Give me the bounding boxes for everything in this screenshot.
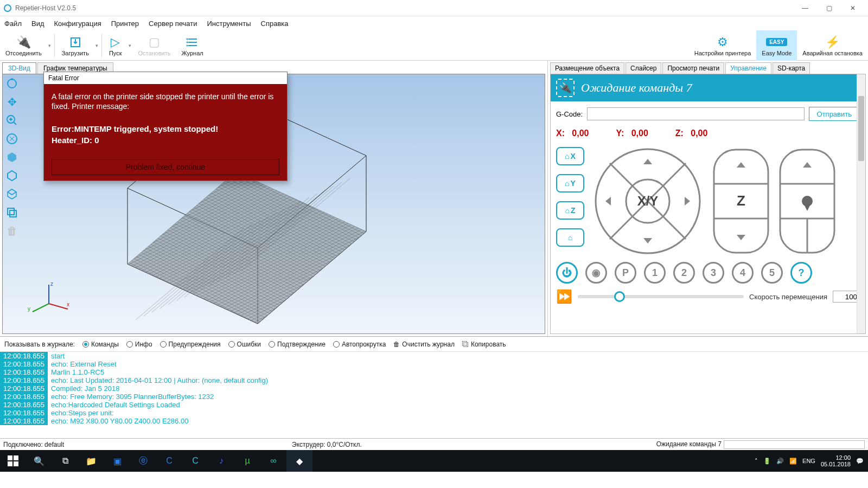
tab-3d-view[interactable]: 3D-Вид	[2, 62, 36, 74]
start-button[interactable]: ▷ Пуск	[104, 30, 127, 61]
zoom-tool-icon[interactable]	[4, 112, 20, 129]
app-icon	[3, 4, 12, 12]
copy-tool-icon[interactable]	[4, 204, 20, 221]
taskbar-app-2-icon[interactable]: C	[156, 450, 182, 472]
menu-view[interactable]: Вид	[31, 20, 44, 28]
extruder-jog-control[interactable]	[777, 147, 837, 255]
svg-point-4	[186, 44, 188, 46]
log-copy-button[interactable]: ⿻ Копировать	[462, 341, 506, 348]
home-y-button[interactable]: ⌂ Y	[556, 174, 584, 192]
menu-printserver[interactable]: Сервер печати	[149, 20, 197, 28]
extruder-icon	[802, 196, 813, 207]
feedrate-input[interactable]	[833, 291, 860, 303]
menu-config[interactable]: Конфигурация	[54, 20, 101, 28]
tab-sd-card[interactable]: SD-карта	[773, 62, 810, 74]
log-button[interactable]: Журнал	[176, 30, 209, 61]
log-filter-commands[interactable]: Команды	[82, 341, 119, 348]
preset-5-button[interactable]: 5	[761, 262, 783, 284]
top-view-icon[interactable]	[4, 186, 20, 202]
help-button[interactable]: ?	[790, 262, 812, 284]
tray-lang[interactable]: ENG	[802, 458, 815, 464]
feedrate-slider[interactable]	[578, 295, 744, 298]
taskbar-arduino-icon[interactable]: ∞	[260, 450, 286, 472]
right-tabs: Размещение объекта Слайсер Просмотр печа…	[548, 61, 868, 74]
start-button-win[interactable]	[0, 450, 26, 472]
log-autoscroll[interactable]: Автопрокрутка	[333, 341, 386, 348]
log-line: 12:00:18.655echo:Steps per unit:	[0, 409, 868, 417]
home-z-button[interactable]: ⌂ Z	[556, 201, 584, 220]
z-jog-control[interactable]: Z	[711, 147, 771, 255]
tray-volume-icon[interactable]: 🔊	[776, 458, 784, 465]
search-icon[interactable]: 🔍	[26, 450, 52, 472]
taskbar-app-3-icon[interactable]: C	[182, 450, 208, 472]
delete-tool-icon[interactable]: 🗑	[4, 223, 20, 239]
printer-settings-button[interactable]: ⚙ Настройки принтера	[689, 30, 757, 61]
preset-2-button[interactable]: 2	[673, 262, 695, 284]
log-show-label: Показывать в журнале:	[4, 341, 75, 348]
3d-viewport[interactable]: ✥ 🗑	[2, 74, 545, 334]
preset-1-button[interactable]: 1	[644, 262, 666, 284]
tab-slicer[interactable]: Слайсер	[626, 62, 661, 74]
taskbar-edge-icon[interactable]: ⓔ	[130, 450, 156, 472]
log-line: 12:00:18.655Marlin 1.1.0-RC5	[0, 368, 868, 376]
menu-printer[interactable]: Принтер	[111, 20, 139, 28]
load-dropdown[interactable]: ▾	[94, 30, 100, 61]
idle-message: Ожидание команды 7	[581, 81, 692, 95]
tab-object-placement[interactable]: Размещение объекта	[550, 62, 624, 74]
tray-battery-icon[interactable]: 🔋	[763, 458, 771, 465]
taskbar-app-1-icon[interactable]: ▣	[104, 450, 130, 472]
load-button[interactable]: Загрузить	[56, 30, 94, 61]
preset-4-button[interactable]: 4	[732, 262, 754, 284]
disconnect-button[interactable]: 🔌 Отсоединить	[0, 30, 47, 61]
window-maximize-button[interactable]: ▢	[817, 1, 841, 16]
log-filter-ack[interactable]: Подтверждение	[269, 341, 326, 348]
log-filter-warnings[interactable]: Предупреждения	[160, 341, 221, 348]
tray-notifications-icon[interactable]: 💬	[856, 458, 864, 465]
iso-view-icon[interactable]	[4, 149, 20, 165]
orbit-tool-icon[interactable]	[4, 75, 20, 92]
log-clear-button[interactable]: 🗑 Очистить журнал	[393, 341, 455, 348]
tray-wifi-icon[interactable]: 📶	[789, 458, 797, 465]
plug-status-icon: 🔌	[556, 79, 575, 97]
panel-scrollbar[interactable]	[857, 74, 865, 333]
menu-file[interactable]: Файл	[4, 20, 22, 28]
tab-control[interactable]: Управление	[725, 62, 771, 74]
start-dropdown[interactable]: ▾	[127, 30, 132, 61]
wire-view-icon[interactable]	[4, 168, 20, 184]
fit-tool-icon[interactable]	[4, 131, 20, 147]
park-button[interactable]: P	[615, 262, 636, 284]
home-all-button[interactable]: ⌂	[556, 228, 584, 247]
camera-button[interactable]: ◉	[585, 262, 607, 284]
tray-chevron-icon[interactable]: ˄	[755, 458, 758, 465]
home-x-button[interactable]: ⌂ X	[556, 147, 584, 165]
log-filter-info[interactable]: Инфо	[126, 341, 152, 348]
task-view-icon[interactable]: ⧉	[52, 450, 78, 472]
taskbar-app-4-icon[interactable]: ♪	[208, 450, 234, 472]
problem-fixed-button[interactable]: Problem fixed, continue	[52, 159, 279, 175]
feedrate-label: Скорость перемещения	[749, 293, 827, 301]
log-output[interactable]: 12:00:18.655start12:00:18.655echo: Exter…	[0, 352, 868, 438]
xy-jog-wheel[interactable]: X/Y	[591, 147, 705, 255]
menu-help[interactable]: Справка	[261, 20, 289, 28]
tray-clock[interactable]: 12:00 05.01.2018	[821, 454, 851, 467]
log-filter-errors[interactable]: Ошибки	[228, 341, 261, 348]
disconnect-dropdown[interactable]: ▾	[47, 30, 53, 61]
window-close-button[interactable]: ✕	[841, 1, 865, 16]
send-button[interactable]: Отправить	[809, 107, 860, 121]
pan-tool-icon[interactable]: ✥	[4, 94, 20, 110]
control-panel: 🔌 Ожидание команды 7 G-Code: Отправить X…	[550, 74, 866, 334]
easy-mode-button[interactable]: EASY Easy Mode	[756, 30, 797, 61]
taskbar-repetier-icon[interactable]: ◆	[286, 450, 312, 472]
taskbar-explorer-icon[interactable]: 📁	[78, 450, 104, 472]
menu-tools[interactable]: Инструменты	[207, 20, 251, 28]
power-button[interactable]: ⏻	[556, 262, 578, 284]
viewport-tools: ✥ 🗑	[4, 75, 21, 239]
window-minimize-button[interactable]: —	[793, 1, 817, 16]
gcode-input[interactable]	[587, 107, 804, 120]
taskbar-utorrent-icon[interactable]: µ	[234, 450, 260, 472]
preset-3-button[interactable]: 3	[703, 262, 724, 284]
stop-icon: ▢	[149, 35, 160, 50]
tab-print-preview[interactable]: Просмотр печати	[662, 62, 724, 74]
emergency-stop-button[interactable]: ⚡ Аварийная остановка	[797, 30, 868, 61]
disconnect-label: Отсоединить	[5, 50, 42, 56]
